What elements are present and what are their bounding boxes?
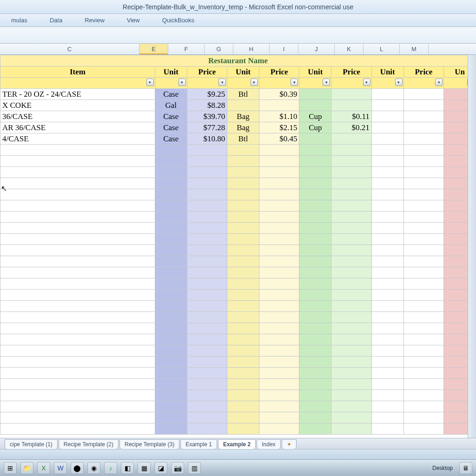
unit-cell[interactable] xyxy=(227,245,259,256)
sheet-tab[interactable]: cipe Template (1) xyxy=(5,439,58,449)
price-cell[interactable] xyxy=(187,345,227,357)
unit-cell[interactable] xyxy=(227,412,259,423)
price-cell[interactable] xyxy=(259,368,299,379)
price-cell[interactable] xyxy=(331,312,372,323)
price-cell[interactable] xyxy=(403,167,444,178)
taskbar-spotify-icon[interactable]: ♪ xyxy=(104,462,117,474)
unit-cell[interactable] xyxy=(299,223,331,234)
price-cell[interactable] xyxy=(403,212,444,223)
unit-cell[interactable] xyxy=(155,212,187,223)
column-header-K[interactable]: K xyxy=(335,44,364,54)
price-cell[interactable] xyxy=(331,200,372,212)
price-cell[interactable] xyxy=(259,178,299,189)
unit-cell[interactable] xyxy=(299,267,331,278)
price-cell[interactable] xyxy=(331,178,372,189)
column-header-F[interactable]: F xyxy=(168,44,205,54)
ribbon-tab-formulas[interactable]: mulas xyxy=(11,17,27,24)
unit-cell[interactable] xyxy=(371,189,403,200)
unit-cell[interactable] xyxy=(155,323,187,334)
unit-cell[interactable] xyxy=(299,89,331,100)
unit-cell[interactable] xyxy=(299,256,331,267)
item-cell[interactable] xyxy=(0,223,155,234)
unit-cell[interactable] xyxy=(155,178,187,189)
price-cell[interactable] xyxy=(187,278,227,290)
unit-cell[interactable]: Case xyxy=(155,89,187,100)
price-cell[interactable] xyxy=(331,145,372,156)
price-cell[interactable] xyxy=(403,100,444,111)
price-cell[interactable] xyxy=(259,234,299,245)
price-cell[interactable]: $1.10 xyxy=(259,111,299,122)
item-cell[interactable] xyxy=(0,412,155,423)
item-cell[interactable] xyxy=(0,290,155,301)
price-cell[interactable] xyxy=(187,412,227,423)
price-cell[interactable] xyxy=(403,379,444,390)
item-cell[interactable] xyxy=(0,167,155,178)
unit-cell[interactable] xyxy=(299,323,331,334)
item-cell[interactable]: 4/CASE xyxy=(0,133,155,145)
price-cell[interactable] xyxy=(403,267,444,278)
price-cell[interactable]: $0.39 xyxy=(259,89,299,100)
price-cell[interactable] xyxy=(403,145,444,156)
unit-cell[interactable]: Gal xyxy=(155,100,187,111)
unit-cell[interactable] xyxy=(299,178,331,189)
unit-cell[interactable] xyxy=(227,301,259,312)
unit-cell[interactable] xyxy=(299,212,331,223)
taskbar-explorer-icon[interactable]: 📁 xyxy=(20,462,33,474)
unit-cell[interactable] xyxy=(155,357,187,368)
unit-cell[interactable] xyxy=(371,312,403,323)
unit-cell[interactable] xyxy=(299,156,331,167)
item-cell[interactable] xyxy=(0,357,155,368)
unit-cell[interactable] xyxy=(227,345,259,357)
unit-cell[interactable] xyxy=(155,223,187,234)
price-cell[interactable] xyxy=(259,100,299,111)
unit-cell[interactable] xyxy=(371,122,403,133)
price-cell[interactable] xyxy=(187,223,227,234)
unit-cell[interactable] xyxy=(371,368,403,379)
price-cell[interactable] xyxy=(187,189,227,200)
sheet-tab[interactable]: Recipe Template (3) xyxy=(119,439,179,449)
price-cell[interactable] xyxy=(403,178,444,189)
unit-cell[interactable] xyxy=(155,167,187,178)
price-cell[interactable] xyxy=(187,167,227,178)
taskbar-app4-icon[interactable]: ◪ xyxy=(154,462,167,474)
vertical-scrollbar[interactable] xyxy=(468,55,476,438)
unit-cell[interactable] xyxy=(299,368,331,379)
price-cell[interactable] xyxy=(259,145,299,156)
price-cell[interactable] xyxy=(259,200,299,212)
unit-cell[interactable]: Case xyxy=(155,133,187,145)
item-cell[interactable] xyxy=(0,423,155,435)
item-cell[interactable] xyxy=(0,401,155,412)
price-cell[interactable] xyxy=(403,301,444,312)
price-cell[interactable] xyxy=(187,178,227,189)
unit-cell[interactable] xyxy=(371,111,403,122)
price-cell[interactable] xyxy=(259,423,299,435)
price-cell[interactable] xyxy=(259,412,299,423)
item-cell[interactable] xyxy=(0,334,155,345)
unit-cell[interactable] xyxy=(227,390,259,401)
filter-dropdown-icon[interactable]: ▾ xyxy=(435,79,443,86)
unit-cell[interactable] xyxy=(227,379,259,390)
spreadsheet-grid[interactable]: Restaurant NameItemUnitPriceUnitPriceUni… xyxy=(0,55,476,438)
unit-cell[interactable]: Bag xyxy=(227,122,259,133)
unit-cell[interactable] xyxy=(299,401,331,412)
price-cell[interactable] xyxy=(331,368,372,379)
price-cell[interactable] xyxy=(403,122,444,133)
filter-dropdown-icon[interactable]: ▾ xyxy=(251,79,258,86)
price-cell[interactable] xyxy=(403,423,444,435)
column-header-J[interactable]: J xyxy=(298,44,335,54)
unit-cell[interactable] xyxy=(155,156,187,167)
filter-cell[interactable]: ▾ xyxy=(403,78,444,89)
ribbon-tab-data[interactable]: Data xyxy=(50,17,62,24)
unit-cell[interactable] xyxy=(299,133,331,145)
taskbar-app5-icon[interactable]: ▥ xyxy=(188,462,201,474)
unit-cell[interactable] xyxy=(371,290,403,301)
price-cell[interactable] xyxy=(259,267,299,278)
price-cell[interactable] xyxy=(331,379,372,390)
unit-cell[interactable] xyxy=(227,423,259,435)
price-cell[interactable] xyxy=(187,267,227,278)
price-cell[interactable] xyxy=(259,312,299,323)
column-header-I[interactable]: I xyxy=(270,44,298,54)
unit-cell[interactable] xyxy=(371,167,403,178)
item-cell[interactable] xyxy=(0,323,155,334)
price-cell[interactable] xyxy=(259,256,299,267)
